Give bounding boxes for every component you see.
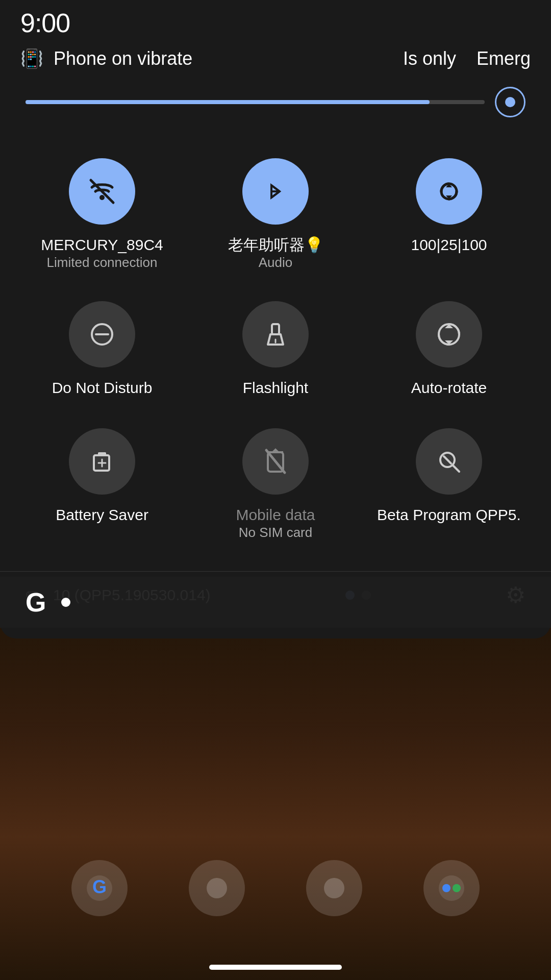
svg-rect-8: [98, 452, 106, 455]
home-bar: [209, 965, 342, 970]
brightness-fill: [26, 100, 430, 104]
tile-label-bluetooth: 老年助听器💡: [228, 235, 323, 255]
tile-sync[interactable]: 100|25|100: [362, 143, 536, 286]
status-time: 9:00: [20, 8, 70, 38]
brightness-row[interactable]: [0, 77, 551, 133]
tile-mobiledata[interactable]: Mobile data No SIM card: [189, 413, 362, 556]
dock-icon-3[interactable]: [306, 860, 362, 916]
search-off-icon: [434, 446, 464, 477]
bluetooth-icon: [260, 176, 291, 207]
tile-label-mobiledata: Mobile data: [236, 505, 315, 525]
simcard-off-icon: [260, 446, 291, 477]
dnd-icon: [87, 319, 117, 350]
tiles-grid: MERCURY_89C4 Limited connection 老年助听器💡 A…: [0, 133, 551, 566]
tile-circle-dnd: [69, 301, 135, 368]
google-color-icon: G: [84, 873, 115, 903]
tile-dnd[interactable]: Do Not Disturb: [15, 286, 189, 413]
tile-circle-bluetooth: [242, 158, 309, 225]
sync-icon: [434, 176, 464, 207]
dock-icon-2[interactable]: [189, 860, 245, 916]
svg-text:G: G: [92, 876, 107, 897]
wifi-off-icon: [87, 176, 117, 207]
google-dot: [61, 598, 70, 607]
tile-circle-wifi: [69, 158, 135, 225]
assistant-icon: [436, 873, 467, 903]
tile-bluetooth[interactable]: 老年助听器💡 Audio: [189, 143, 362, 286]
svg-point-0: [99, 195, 105, 200]
is-only-text: Is only: [403, 48, 456, 69]
svg-rect-5: [272, 324, 279, 334]
battery-saver-icon: [87, 446, 117, 477]
tile-circle-sync: [416, 158, 482, 225]
svg-line-15: [444, 456, 451, 463]
dock-area: G: [0, 847, 551, 929]
tile-circle-autorotate: [416, 301, 482, 368]
svg-point-19: [324, 878, 344, 898]
svg-point-22: [453, 884, 461, 892]
tile-beta[interactable]: Beta Program QPP5.: [362, 413, 536, 556]
tile-autorotate[interactable]: Auto-rotate: [362, 286, 536, 413]
notif-left: 📳 Phone on vibrate: [20, 48, 192, 69]
tile-label-autorotate: Auto-rotate: [411, 378, 487, 398]
dock-app-2-icon: [202, 873, 232, 903]
status-bar: 9:00: [0, 0, 551, 41]
tile-circle-mobiledata: [242, 428, 309, 495]
tile-label-batterysaver: Battery Saver: [56, 505, 148, 525]
svg-point-18: [207, 878, 227, 898]
phone-vibrate-text: Phone on vibrate: [54, 48, 192, 69]
notification-bar: 📳 Phone on vibrate Is only Emerg: [0, 41, 551, 77]
tile-wifi[interactable]: MERCURY_89C4 Limited connection: [15, 143, 189, 286]
tile-circle-flashlight: [242, 301, 309, 368]
tile-circle-batterysaver: [69, 428, 135, 495]
rotate-icon: [434, 319, 464, 350]
tile-label-flashlight: Flashlight: [243, 378, 308, 398]
tile-label-wifi: MERCURY_89C4: [41, 235, 163, 255]
tile-sublabel-bluetooth: Audio: [259, 255, 293, 271]
tile-circle-beta: [416, 428, 482, 495]
google-logo: G: [26, 587, 46, 618]
tile-sublabel-mobiledata: No SIM card: [239, 525, 313, 541]
dock-icon-4[interactable]: [423, 860, 480, 916]
tile-batterysaver[interactable]: Battery Saver: [15, 413, 189, 556]
tile-sublabel-wifi: Limited connection: [47, 255, 158, 271]
notif-right: Is only Emerg: [403, 48, 531, 69]
tile-label-sync: 100|25|100: [411, 235, 487, 255]
svg-point-21: [442, 884, 450, 892]
tile-label-dnd: Do Not Disturb: [52, 378, 153, 398]
tile-flashlight[interactable]: Flashlight: [189, 286, 362, 413]
brightness-icon: [495, 87, 525, 117]
google-search-bar[interactable]: G: [0, 577, 551, 628]
tile-label-beta: Beta Program QPP5.: [377, 505, 521, 525]
flashlight-icon: [260, 319, 291, 350]
brightness-slider[interactable]: [26, 100, 485, 104]
dock-icon-1[interactable]: G: [71, 860, 128, 916]
vibrate-icon: 📳: [20, 48, 43, 69]
svg-line-14: [453, 465, 459, 472]
quick-settings-panel: 9:00 📳 Phone on vibrate Is only Emerg: [0, 0, 551, 639]
emerg-text: Emerg: [477, 48, 531, 69]
dock-app-3-icon: [319, 873, 349, 903]
